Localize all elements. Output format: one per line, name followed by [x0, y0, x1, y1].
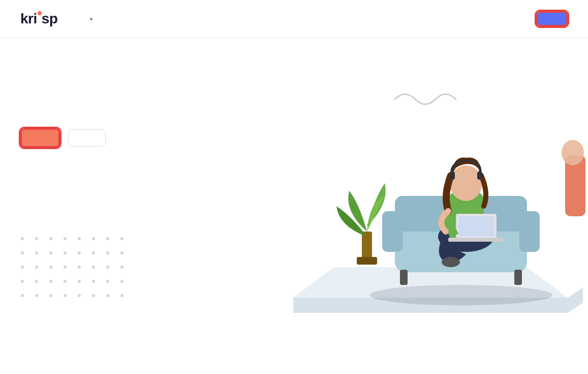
- svg-rect-17: [448, 238, 504, 242]
- svg-rect-9: [514, 270, 522, 285]
- hero-button-group: [20, 128, 106, 148]
- dot: [35, 280, 38, 283]
- logo-dot: [38, 11, 42, 15]
- logo-text: krisp: [20, 11, 57, 27]
- svg-marker-2: [568, 287, 583, 313]
- dot: [49, 294, 52, 297]
- svg-rect-7: [519, 211, 540, 252]
- dot: [78, 251, 81, 254]
- svg-rect-21: [357, 257, 377, 265]
- dot: [64, 266, 67, 269]
- hero-illustration: [283, 53, 588, 333]
- dot: [78, 294, 81, 297]
- dot: [35, 251, 38, 254]
- header: krisp ▾: [0, 0, 588, 38]
- dot: [21, 280, 24, 283]
- dot: [21, 237, 24, 240]
- dots-decoration: const grid = document.querySelector('.do…: [15, 232, 129, 303]
- svg-rect-18: [450, 171, 455, 180]
- hero-title: [20, 81, 106, 108]
- dot: [64, 251, 67, 254]
- dot: [64, 237, 67, 240]
- dot: [92, 294, 95, 297]
- dot: [35, 266, 38, 269]
- svg-rect-6: [382, 211, 403, 252]
- dot: [106, 237, 109, 240]
- hero-section: const grid = document.querySelector('.do…: [0, 38, 588, 333]
- dot: [120, 251, 123, 254]
- dot: [21, 294, 24, 297]
- dot: [106, 280, 109, 283]
- dot: [35, 294, 38, 297]
- dot: [92, 280, 95, 283]
- dot: [106, 294, 109, 297]
- dot: [120, 266, 123, 269]
- svg-point-11: [442, 257, 460, 267]
- dot: [120, 280, 123, 283]
- dot: [78, 266, 81, 269]
- dot: [92, 266, 95, 269]
- dot: [64, 280, 67, 283]
- dot: [49, 266, 52, 269]
- svg-rect-16: [458, 216, 494, 237]
- dot: [21, 266, 24, 269]
- dot: [106, 266, 109, 269]
- get-krisp-header-button[interactable]: [536, 11, 568, 26]
- svg-rect-19: [477, 171, 482, 180]
- main-nav: ▾: [88, 16, 524, 22]
- chevron-down-icon: ▾: [90, 16, 92, 22]
- svg-point-13: [450, 165, 482, 201]
- dot: [49, 280, 52, 283]
- hero-content: [20, 69, 106, 156]
- dot: [78, 237, 81, 240]
- dot: [64, 294, 67, 297]
- nav-item-for-teams[interactable]: ▾: [88, 16, 92, 22]
- dot: [35, 237, 38, 240]
- svg-point-23: [562, 140, 584, 165]
- svg-point-3: [369, 285, 552, 305]
- svg-rect-8: [400, 270, 408, 285]
- watch-video-button[interactable]: [68, 129, 106, 147]
- dot: [106, 251, 109, 254]
- dot: [92, 251, 95, 254]
- dot: [78, 280, 81, 283]
- dot: [120, 294, 123, 297]
- logo-link[interactable]: krisp: [20, 11, 57, 27]
- dot: [49, 237, 52, 240]
- get-krisp-hero-button[interactable]: [20, 128, 60, 148]
- dot: [49, 251, 52, 254]
- dot: [92, 237, 95, 240]
- dot: [21, 251, 24, 254]
- dot: [120, 237, 123, 240]
